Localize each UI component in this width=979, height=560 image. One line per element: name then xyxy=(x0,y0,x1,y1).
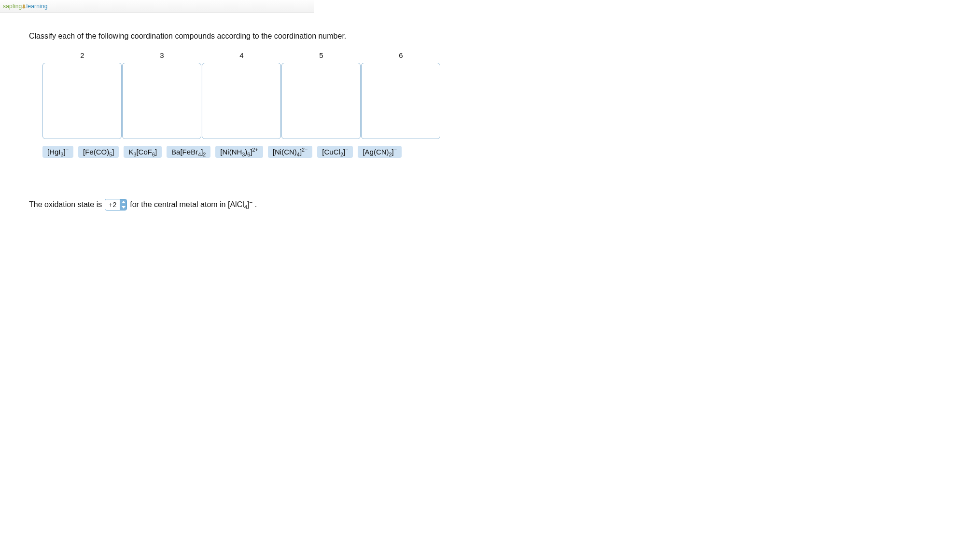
oxidation-suffix: for the central metal atom in [AlCl4]− . xyxy=(130,200,257,209)
bin-header: 5 xyxy=(319,51,323,61)
brand-logo: saplinglearning xyxy=(3,3,48,10)
bin-column: 4 xyxy=(202,51,281,139)
oxidation-prefix: The oxidation state is xyxy=(29,200,102,209)
compound-chip-cucl2[interactable]: [CuCl2]− xyxy=(317,146,353,158)
drop-bin-3[interactable] xyxy=(122,63,201,139)
chevron-down-icon xyxy=(122,206,126,209)
bin-column: 6 xyxy=(361,51,441,139)
compound-chip-hgi3[interactable]: [HgI3]− xyxy=(42,146,73,158)
brand-sapling: sapling xyxy=(3,3,22,10)
brand-learning: learning xyxy=(26,3,47,10)
chevron-up-icon xyxy=(122,201,126,203)
compound-chip-bafebr4[interactable]: Ba[FeBr4]2 xyxy=(167,146,210,158)
classification-bins: 23456 xyxy=(42,51,950,139)
topbar: saplinglearning xyxy=(0,0,314,13)
bin-column: 2 xyxy=(42,51,122,139)
compound-chip-agcn2[interactable]: [Ag(CN)2]− xyxy=(358,146,402,158)
bin-header: 2 xyxy=(80,51,84,61)
oxidation-increment-button[interactable] xyxy=(120,199,126,205)
compound-chip-nicn4[interactable]: [Ni(CN)4]2− xyxy=(268,146,313,158)
oxidation-decrement-button[interactable] xyxy=(120,205,126,210)
question-prompt: Classify each of the following coordinat… xyxy=(29,32,950,41)
compound-chip-tray: [HgI3]−[Fe(CO)5]K3[CoF6]Ba[FeBr4]2[Ni(NH… xyxy=(42,146,950,158)
compound-chip-feco5[interactable]: [Fe(CO)5] xyxy=(78,146,119,158)
brand-tree-icon xyxy=(22,3,26,10)
compound-chip-ninh36[interactable]: [Ni(NH3)6]2+ xyxy=(215,146,263,158)
oxidation-state-input[interactable] xyxy=(105,199,120,210)
bin-column: 5 xyxy=(281,51,361,139)
oxidation-spinner[interactable] xyxy=(105,199,127,210)
oxidation-state-line: The oxidation state is for the central m… xyxy=(29,199,950,210)
compound-chip-k3cof6[interactable]: K3[CoF6] xyxy=(124,146,162,158)
drop-bin-4[interactable] xyxy=(202,63,281,139)
bin-header: 3 xyxy=(160,51,164,61)
question-content: Classify each of the following coordinat… xyxy=(0,13,979,230)
drop-bin-5[interactable] xyxy=(281,63,361,139)
bin-header: 6 xyxy=(399,51,403,61)
drop-bin-2[interactable] xyxy=(42,63,122,139)
drop-bin-6[interactable] xyxy=(361,63,440,139)
bin-column: 3 xyxy=(122,51,202,139)
bin-header: 4 xyxy=(239,51,243,61)
